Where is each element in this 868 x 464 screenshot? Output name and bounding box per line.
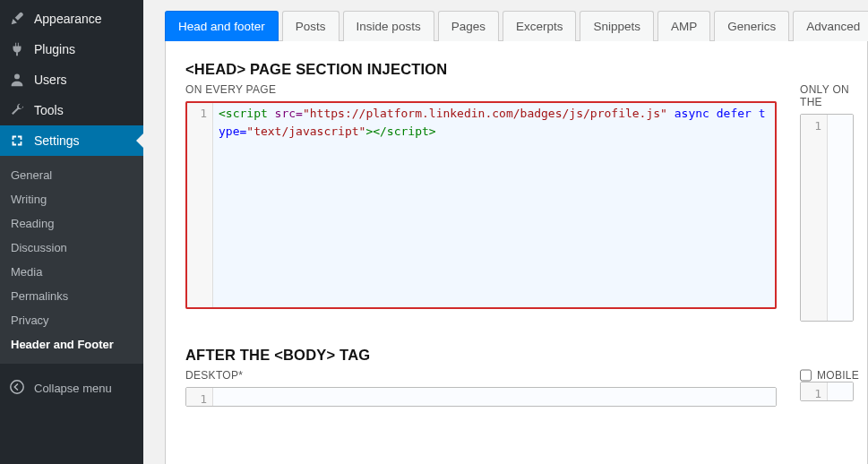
settings-sub-privacy[interactable]: Privacy xyxy=(0,308,143,332)
tab-generics[interactable]: Generics xyxy=(714,11,789,41)
appearance-icon xyxy=(9,11,25,27)
svg-point-1 xyxy=(11,380,23,392)
settings-sub-reading[interactable]: Reading xyxy=(0,211,143,236)
section-body-title: AFTER THE <BODY> TAG xyxy=(185,347,847,364)
collapse-label: Collapse menu xyxy=(34,382,112,395)
tab-amp[interactable]: AMP xyxy=(657,11,710,41)
settings-submenu: General Writing Reading Discussion Media… xyxy=(0,156,143,364)
admin-sidebar: Appearance Plugins Users Tools Settings … xyxy=(0,0,143,464)
editor-code[interactable]: <script src="https://platform.linkedin.c… xyxy=(213,102,776,308)
label-mobile: MOBILE xyxy=(817,369,859,382)
editor-gutter: 1 xyxy=(801,382,828,400)
label-on-every-page: ON EVERY PAGE xyxy=(185,83,777,96)
editor-code[interactable] xyxy=(828,382,853,400)
code-editor-head-every-page[interactable]: 1 <script src="https://platform.linkedin… xyxy=(185,101,777,309)
editor-code[interactable] xyxy=(828,115,853,321)
editor-gutter: 1 xyxy=(186,388,213,406)
panel: <HEAD> PAGE SECTION INJECTION ON EVERY P… xyxy=(165,41,868,464)
sidebar-item-tools[interactable]: Tools xyxy=(0,95,143,125)
sidebar-item-users[interactable]: Users xyxy=(0,64,143,95)
sidebar-item-label: Tools xyxy=(34,103,64,117)
label-desktop: DESKTOP* xyxy=(185,369,777,382)
sidebar-item-plugins[interactable]: Plugins xyxy=(0,34,143,64)
editor-gutter: 1 xyxy=(801,115,828,321)
code-editor-head-home[interactable]: 1 xyxy=(800,114,854,322)
tab-advanced[interactable]: Advanced xyxy=(793,11,868,41)
settings-sub-media[interactable]: Media xyxy=(0,260,143,284)
collapse-menu-button[interactable]: Collapse menu xyxy=(0,373,143,403)
settings-icon xyxy=(9,133,25,149)
main-content: Head and footer Posts Inside posts Pages… xyxy=(143,0,868,464)
settings-sub-writing[interactable]: Writing xyxy=(0,187,143,211)
editor-gutter: 1 xyxy=(186,102,213,308)
sidebar-item-appearance[interactable]: Appearance xyxy=(0,4,143,34)
tab-excerpts[interactable]: Excerpts xyxy=(503,11,577,41)
tools-icon xyxy=(9,102,25,118)
tab-pages[interactable]: Pages xyxy=(438,11,499,41)
tab-posts[interactable]: Posts xyxy=(282,11,339,41)
code-editor-body-desktop[interactable]: 1 xyxy=(185,387,777,407)
tab-head-footer[interactable]: Head and footer xyxy=(165,11,279,41)
editor-code[interactable] xyxy=(213,388,776,406)
mobile-checkbox[interactable] xyxy=(800,369,812,382)
tab-snippets[interactable]: Snippets xyxy=(580,11,654,41)
tab-bar: Head and footer Posts Inside posts Pages… xyxy=(165,11,868,41)
settings-sub-header-footer[interactable]: Header and Footer xyxy=(0,332,143,357)
settings-sub-discussion[interactable]: Discussion xyxy=(0,236,143,260)
tab-inside-posts[interactable]: Inside posts xyxy=(343,11,434,41)
sidebar-item-label: Users xyxy=(34,73,67,87)
sidebar-item-label: Plugins xyxy=(34,42,75,56)
collapse-icon xyxy=(9,379,25,398)
users-icon xyxy=(9,72,25,88)
settings-sub-general[interactable]: General xyxy=(0,163,143,187)
svg-point-0 xyxy=(14,73,20,79)
settings-sub-permalinks[interactable]: Permalinks xyxy=(0,284,143,308)
sidebar-item-label: Appearance xyxy=(34,12,102,26)
sidebar-item-settings[interactable]: Settings xyxy=(0,125,143,156)
sidebar-item-label: Settings xyxy=(34,133,80,148)
label-only-on-the: ONLY ON THE xyxy=(800,83,854,108)
section-head-title: <HEAD> PAGE SECTION INJECTION xyxy=(185,61,847,78)
code-editor-body-mobile[interactable]: 1 xyxy=(800,382,854,401)
plugins-icon xyxy=(9,41,25,57)
